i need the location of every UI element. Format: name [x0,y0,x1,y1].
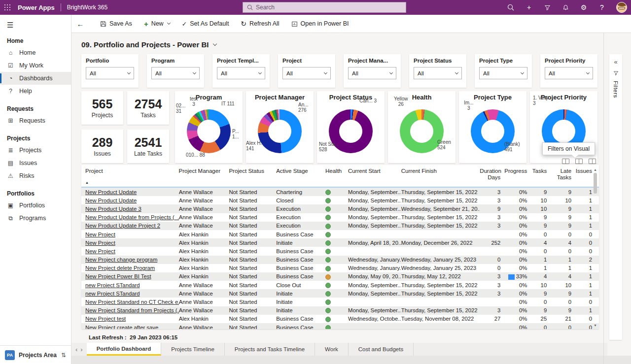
table-row[interactable]: New ProjectAlex HankinNot StartedBusines… [81,230,599,238]
column-header-project[interactable]: Project [85,168,179,181]
slicer-dropdown[interactable]: All [348,67,396,79]
save-as-button[interactable]: Save As [95,16,137,31]
scroll-up-icon[interactable]: ▲ [594,168,597,171]
cell-project[interactable]: New Project create after save [85,325,179,329]
table-row[interactable]: New ProjectAlex HankinNot StartedInitiat… [81,238,599,247]
table-row[interactable]: New Project Power BI TestAlex HankinNot … [81,272,599,281]
table-row[interactable]: New Project create after saveAnne Wallac… [81,323,599,329]
scrollbar-thumb[interactable] [594,173,597,194]
column-header-health[interactable]: Health [325,168,348,181]
sort-indicator[interactable]: ▲ [81,181,599,187]
slicer-dropdown[interactable]: All [545,67,593,79]
table-row[interactable]: New Project Standard from Projects (...A… [81,306,599,315]
tab-projects-and-tasks-timeline[interactable]: Projects and Tasks Timeline [225,343,315,356]
area-switcher[interactable]: PA Projects Area ⇅ [0,345,71,364]
column-header-project-status[interactable]: Project Status [229,168,276,181]
slicer-dropdown[interactable]: All [86,67,134,79]
search-input[interactable]: Search [243,2,406,13]
column-header-current-start[interactable]: Current Start [348,168,401,181]
table-row[interactable]: New Project change programAlex HankinNot… [81,256,599,264]
tab-work[interactable]: Work [315,343,349,356]
tabs-prev-icon[interactable]: ‹ [75,346,77,353]
notifications-bell-icon[interactable] [561,3,569,11]
table-row[interactable]: New Project delete ProgramAlex HankinNot… [81,264,599,272]
sidebar-item-my-work[interactable]: ☑My Work [0,59,71,72]
page-title[interactable]: 09. Portfolio and Projects - Power BI [81,40,216,49]
cell-project[interactable]: New Project [85,248,179,254]
cell-project[interactable]: New Project Standard no CT Check e... [85,299,179,305]
donut-chart-health[interactable]: HealthYellow 26Green 524 [388,91,456,163]
cell-project[interactable]: new Project STandard [85,291,179,297]
help-icon[interactable]: ? [598,3,606,11]
donut-chart-project-manager[interactable]: Project ManagerAn... 276Alex H... 141 [246,91,314,163]
sidebar-item-help[interactable]: ?Help [0,85,71,98]
scroll-down-icon[interactable]: ▼ [594,324,597,327]
table-row[interactable]: New Product UpdateAnne WallaceNot Starte… [81,188,599,196]
filters-pane-collapsed[interactable]: « Filters [609,54,622,340]
sidebar-item-programs[interactable]: ⧉Programs [0,212,71,225]
sidebar-item-projects[interactable]: ≣Projects [0,144,71,157]
tabs-next-icon[interactable]: › [80,346,82,353]
back-arrow-icon[interactable]: ← [71,20,89,28]
column-header-current-finish[interactable]: Current Finish [401,168,480,181]
user-avatar[interactable] [616,2,627,13]
column-header-active-stage[interactable]: Active Stage [276,168,325,181]
column-header-project-manager[interactable]: Project Manager [179,168,229,181]
cell-project[interactable]: New Project [85,240,179,246]
set-as-default-button[interactable]: ✓ Set As Default [177,16,234,31]
cell-project[interactable]: New Project Standard from Projects (... [85,307,179,313]
table-row[interactable]: New Product Update Project 2Anne Wallace… [81,222,599,230]
column-header-late-tasks[interactable]: Late Tasks [550,168,574,181]
table-scrollbar[interactable]: ▲ ▼ [593,168,598,327]
sidebar-item-risks[interactable]: ⚠Risks [0,169,71,182]
tab-cost-and-budgets[interactable]: Cost and Budgets [349,343,414,356]
slicer-dropdown[interactable]: All [479,67,527,79]
slicer-dropdown[interactable]: All [151,67,200,79]
table-row[interactable]: New Product Update from Projects (_...An… [81,213,599,222]
waffle-menu-icon[interactable] [0,0,15,15]
cell-project[interactable]: New Product Update [85,198,179,203]
hamburger-menu-icon[interactable]: ☰ [7,21,71,30]
settings-gear-icon[interactable]: ⚙ [580,3,588,11]
cell-project[interactable]: New Project delete Program [85,265,179,271]
slicer-dropdown[interactable]: All [217,67,265,79]
cell-project[interactable]: New Product Update [85,189,179,195]
focus-mode-icon[interactable] [562,159,569,164]
column-header-duration-days[interactable]: Duration Days [480,168,503,181]
table-row[interactable]: New Product UpdateAnne WallaceNot Starte… [81,196,599,204]
tab-projects-timeline[interactable]: Projects Timeline [161,343,225,356]
donut-chart-project-status[interactable]: Project StatusCan... 3Not Sta... 528 [317,91,385,163]
cell-project[interactable]: New Project change program [85,257,179,263]
column-header-progress[interactable]: Progress [503,168,530,181]
donut-chart-project-type[interactable]: Project TypeIm... 3(Blank) 491 [459,91,526,163]
search-icon[interactable] [507,3,515,11]
cell-project[interactable]: New Project test [85,316,179,322]
expand-pane-icon[interactable]: « [614,58,617,66]
table-row[interactable]: New Project testAlex HankinNot StartedBu… [81,315,599,323]
column-header-tasks[interactable]: Tasks [530,168,550,181]
table-row[interactable]: new Project STandardAnne WallaceNot Star… [81,281,599,289]
slicer-dropdown[interactable]: All [414,67,462,79]
cell-project[interactable]: new Project STandard [85,282,179,288]
sidebar-item-dashboards[interactable]: ◔Dashboards [0,72,71,85]
sidebar-item-requests[interactable]: ⊞Requests [0,114,71,127]
more-options-icon[interactable] [589,159,596,164]
cell-project[interactable]: New Project Power BI Test [85,273,179,279]
new-button[interactable]: + New [139,16,175,31]
cell-project[interactable]: New Product Update 3 [85,206,179,212]
column-header-issues[interactable]: Issues [574,168,595,181]
cell-project[interactable]: New Product Update from Projects (_... [85,214,179,220]
tab-portfolio-dashboard[interactable]: Portfolio Dashboard [87,343,162,356]
refresh-all-button[interactable]: ↻ Refresh All [236,16,284,31]
cell-project[interactable]: New Project [85,232,179,237]
table-row[interactable]: New ProjectAlex HankinNot StartedBusines… [81,247,599,255]
donut-chart-program[interactable]: Programtest 3IT 11102... 31P... 1...010.… [175,91,243,163]
slicer-dropdown[interactable]: All [282,67,331,79]
sidebar-item-issues[interactable]: ▤Issues [0,157,71,169]
sidebar-item-home[interactable]: ⌂Home [0,46,71,59]
cell-project[interactable]: New Product Update Project 2 [85,223,179,229]
filter-icon[interactable] [543,3,551,11]
open-in-power-bi-button[interactable]: Open in Power BI [286,16,354,31]
table-row[interactable]: New Project Standard no CT Check e...Ann… [81,298,599,306]
sidebar-item-portfolios[interactable]: ▣Portfolios [0,199,71,212]
